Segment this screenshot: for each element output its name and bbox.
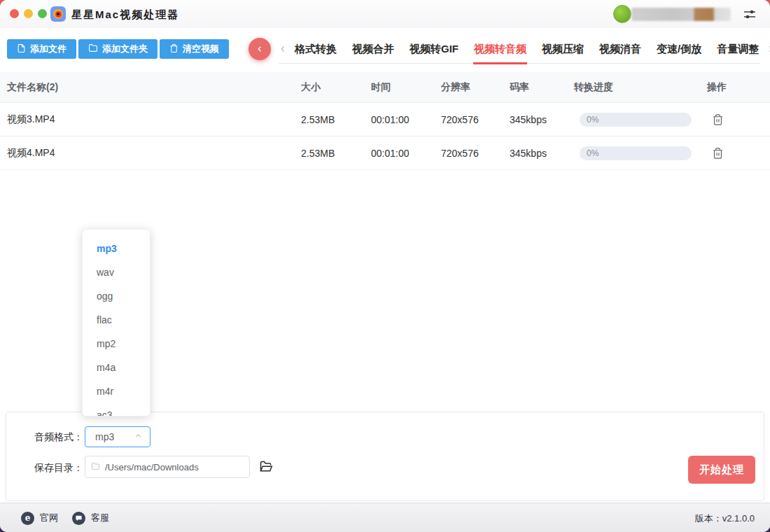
chat-bubble-icon: [72, 512, 85, 525]
dropdown-option-mp2[interactable]: mp2: [83, 332, 150, 356]
tab-speed-reverse[interactable]: 变速/倒放: [649, 35, 709, 64]
cell-filename: 视频3.MP4: [7, 113, 301, 126]
dropdown-option-m4a[interactable]: m4a: [83, 356, 150, 379]
tab-label: 视频消音: [599, 43, 641, 56]
cell-size: 2.53MB: [301, 148, 371, 159]
cell-duration: 00:01:00: [371, 114, 441, 125]
start-processing-button[interactable]: 开始处理: [688, 456, 755, 484]
dropdown-option-ogg[interactable]: ogg: [83, 284, 150, 308]
cell-filename: 视频4.MP4: [7, 147, 301, 160]
app-title: 星星Mac视频处理器: [71, 8, 179, 22]
version-text: 版本：v2.1.0.0: [695, 512, 755, 525]
settings-sliders-icon[interactable]: [742, 8, 757, 21]
website-label: 官网: [40, 512, 58, 524]
tab-video-compress[interactable]: 视频压缩: [534, 35, 592, 64]
tab-label: 变速/倒放: [657, 43, 701, 56]
add-folder-button[interactable]: 添加文件夹: [78, 39, 158, 59]
audio-format-select[interactable]: mp3: [85, 426, 150, 447]
table-row: 视频4.MP4 2.53MB 00:01:00 720x576 345kbps …: [0, 136, 770, 170]
cell-bitrate: 345kbps: [510, 114, 574, 125]
cell-resolution: 720x576: [441, 114, 510, 125]
user-avatar[interactable]: [613, 5, 631, 23]
version-value: v2.1.0.0: [722, 513, 755, 524]
dropdown-option-m4r[interactable]: m4r: [83, 379, 150, 403]
output-settings-panel: 音频格式： mp3 保存目录： 开始处理: [6, 412, 764, 501]
tab-label: 视频转音频: [474, 43, 526, 56]
browse-folder-button[interactable]: [257, 458, 275, 475]
footer: e 官网 客服 版本：v2.1.0.0: [0, 503, 770, 532]
clear-videos-button[interactable]: 清空视频: [160, 39, 229, 59]
col-size: 大小: [301, 81, 371, 94]
tab-video-merge[interactable]: 视频合并: [344, 35, 402, 64]
save-dir-field: [85, 456, 250, 478]
progress-value: 0%: [587, 115, 598, 125]
tabs-scroll-left-icon[interactable]: [279, 45, 287, 53]
chevron-up-icon: [134, 430, 143, 443]
tab-video-to-audio[interactable]: 视频转音频: [466, 35, 534, 64]
col-filename: 文件名称(2): [7, 81, 301, 94]
col-actions: 操作: [707, 81, 763, 94]
zoom-window-button[interactable]: [38, 9, 47, 18]
audio-format-label: 音频格式：: [34, 431, 83, 444]
col-resolution: 分辨率: [441, 81, 510, 94]
titlebar: 星星Mac视频处理器: [0, 0, 770, 28]
customer-service-link[interactable]: 客服: [72, 503, 109, 532]
file-add-icon: [17, 43, 26, 55]
dropdown-option-ac3[interactable]: ac3: [83, 403, 150, 416]
delete-row-button[interactable]: [708, 144, 727, 162]
minimize-window-button[interactable]: [24, 9, 33, 18]
col-progress: 转换进度: [574, 81, 707, 94]
tabs-scroll-right-icon[interactable]: [766, 45, 770, 53]
add-file-button[interactable]: 添加文件: [7, 39, 76, 59]
cell-bitrate: 345kbps: [510, 148, 574, 159]
tab-label: 格式转换: [295, 43, 337, 56]
add-folder-label: 添加文件夹: [102, 43, 148, 55]
cell-size: 2.53MB: [301, 114, 371, 125]
audio-format-value: mp3: [95, 431, 114, 442]
save-dir-label: 保存目录：: [34, 462, 83, 475]
table-row: 视频3.MP4 2.53MB 00:01:00 720x576 345kbps …: [0, 103, 770, 136]
support-label: 客服: [91, 512, 109, 524]
progress-bar: 0%: [580, 113, 692, 127]
col-bitrate: 码率: [510, 81, 574, 94]
tab-video-mute[interactable]: 视频消音: [592, 35, 649, 64]
official-website-link[interactable]: e 官网: [21, 503, 58, 532]
tab-label: 视频压缩: [542, 43, 584, 56]
save-dir-input[interactable]: [105, 462, 244, 472]
tab-bar: 格式转换 视频合并 视频转GIF 视频转音频 视频压缩 视频消音 变速/倒放 音…: [279, 35, 760, 64]
progress-bar: 0%: [580, 146, 692, 160]
app-logo-icon: [50, 6, 66, 22]
folder-add-icon: [88, 43, 98, 55]
username-redacted: [631, 8, 731, 21]
tab-label: 音量调整: [717, 43, 759, 56]
app-window: 星星Mac视频处理器 添加文件: [0, 0, 770, 532]
dropdown-option-mp3[interactable]: mp3: [83, 237, 150, 260]
dropdown-option-wav[interactable]: wav: [83, 260, 150, 284]
cell-duration: 00:01:00: [371, 148, 441, 159]
toolbar: 添加文件 添加文件夹 清空视频: [7, 39, 229, 59]
cell-resolution: 720x576: [441, 148, 510, 159]
file-table: 文件名称(2) 大小 时间 分辨率 码率 转换进度 操作 视频3.MP4 2.5…: [0, 72, 770, 170]
progress-value: 0%: [587, 148, 598, 158]
version-label: 版本：: [695, 513, 722, 524]
folder-small-icon: [91, 461, 100, 473]
audio-format-dropdown: mp3 wav ogg flac mp2 m4a m4r ac3: [82, 229, 150, 416]
dropdown-option-flac[interactable]: flac: [83, 308, 150, 332]
delete-row-button[interactable]: [708, 111, 727, 129]
add-file-label: 添加文件: [30, 43, 66, 55]
tab-label: 视频合并: [352, 43, 394, 56]
collapse-tabs-button[interactable]: [248, 38, 271, 60]
col-duration: 时间: [371, 81, 441, 94]
website-globe-icon: e: [21, 512, 34, 525]
close-window-button[interactable]: [10, 9, 19, 18]
tab-format-convert[interactable]: 格式转换: [287, 35, 344, 64]
tab-volume-adjust[interactable]: 音量调整: [709, 35, 766, 64]
clear-videos-label: 清空视频: [183, 43, 219, 55]
tab-video-to-gif[interactable]: 视频转GIF: [402, 35, 466, 64]
tab-label: 视频转GIF: [410, 43, 458, 56]
table-header-row: 文件名称(2) 大小 时间 分辨率 码率 转换进度 操作: [0, 72, 770, 103]
trash-icon: [169, 43, 178, 55]
